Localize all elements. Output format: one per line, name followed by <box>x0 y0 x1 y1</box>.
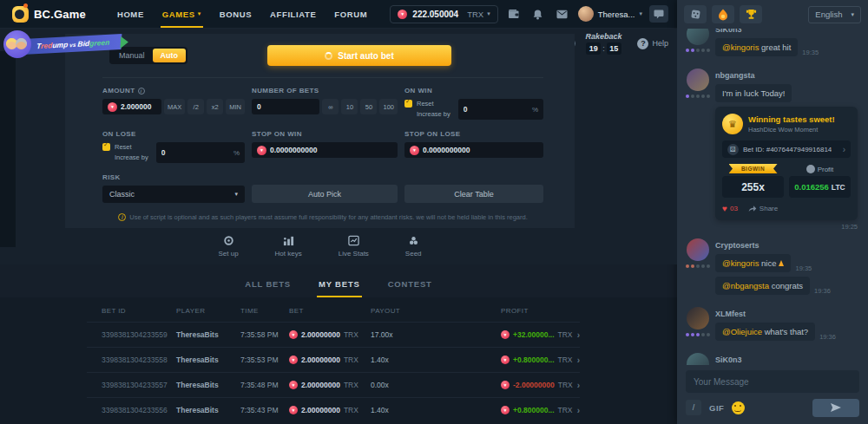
left-rail <box>0 51 16 247</box>
setup-button[interactable]: Set up <box>218 235 238 258</box>
auto-pick-button[interactable]: Auto Pick <box>252 185 398 203</box>
stop-on-lose-label: STOP ON LOSE <box>404 130 543 138</box>
like-button[interactable]: ♥03 <box>722 204 738 213</box>
mention[interactable]: @kingoris <box>722 42 759 52</box>
avatar[interactable] <box>687 68 709 91</box>
nav-games[interactable]: GAMES▾ <box>162 0 201 28</box>
avatar[interactable] <box>687 307 709 329</box>
share-button[interactable]: Share <box>748 205 778 212</box>
amount-min-button[interactable]: MIN <box>226 99 245 114</box>
amount-max-button[interactable]: MAX <box>164 99 185 114</box>
emoji-button[interactable] <box>732 401 745 414</box>
trx-coin-icon <box>257 146 266 155</box>
player-name: TheresaBits <box>176 406 240 414</box>
table-row[interactable]: 3398381304233556 TheresaBits 7:35:43 PM … <box>87 397 580 422</box>
amount-half-button[interactable]: /2 <box>187 99 204 114</box>
bell-icon <box>532 9 543 20</box>
table-header-row: BET ID PLAYER TIME BET PAYOUT PROFIT <box>87 299 580 322</box>
chat-room-trophy-button[interactable] <box>740 5 762 23</box>
amount-input[interactable] <box>121 102 156 111</box>
send-message-button[interactable] <box>812 399 859 417</box>
amount-double-button[interactable]: x2 <box>207 99 223 114</box>
nav-affiliate[interactable]: AFFILIATE <box>270 0 316 28</box>
table-row[interactable]: 3398381304233557 TheresaBits 7:35:48 PM … <box>87 372 580 397</box>
table-row[interactable]: 3398381304233559 TheresaBits 7:35:58 PM … <box>87 322 580 347</box>
chat-time: 19:36 <box>819 333 836 341</box>
chevron-right-icon[interactable]: › <box>577 406 580 415</box>
bcgame-logo[interactable]: BC.Game <box>12 6 86 23</box>
tab-contest[interactable]: CONTEST <box>386 271 434 297</box>
chevron-right-icon[interactable]: › <box>577 330 580 340</box>
mention[interactable]: @kingoris <box>722 258 759 268</box>
bcgame-logo-icon <box>12 6 29 23</box>
fields-row-2: ON LOSE Reset Increase by <box>102 130 543 163</box>
mention[interactable]: @nbgangsta <box>722 281 769 290</box>
nav-forum[interactable]: FORUM <box>334 0 367 28</box>
currency-selector[interactable]: TRX▾ <box>467 10 490 19</box>
mention[interactable]: @Oliejuice <box>722 327 762 336</box>
slash-commands-button[interactable]: / <box>686 400 701 415</box>
chevron-right-icon[interactable]: › <box>577 381 580 390</box>
win-card[interactable]: Winning tastes sweet! HashDice Wow Momen… <box>715 107 858 220</box>
live-stats-button[interactable]: Live Stats <box>339 235 369 258</box>
profit-coin-icon <box>806 165 815 173</box>
clear-table-button[interactable]: Clear Table <box>404 185 543 203</box>
stop-on-lose-input[interactable] <box>423 146 538 154</box>
bets-10-button[interactable]: 10 <box>341 99 358 114</box>
messages-button[interactable] <box>554 5 571 23</box>
divider <box>102 77 543 78</box>
stop-on-win-group: STOP ON WIN <box>252 130 398 163</box>
seed-button[interactable]: Seed <box>405 235 422 258</box>
start-auto-bet-button[interactable]: Start auto bet <box>267 45 451 66</box>
col-bet-id: BET ID <box>102 307 176 315</box>
stop-on-win-input[interactable] <box>270 146 392 154</box>
number-of-bets-input[interactable] <box>257 102 314 111</box>
chat-language-select[interactable]: English ▾ <box>808 6 861 23</box>
avatar[interactable] <box>687 353 709 365</box>
user-menu[interactable]: Theresa... ▾ <box>578 6 642 22</box>
win-card-bet-id[interactable]: ⚄ Bet ID: #4076447949916814 › <box>722 140 851 158</box>
stop-on-lose-input-box <box>404 142 543 158</box>
number-of-bets-input-box <box>252 99 319 114</box>
help-button[interactable]: ? Help <box>637 38 668 49</box>
nav-home[interactable]: HOME <box>117 0 144 28</box>
chat-username: XLMfest <box>715 310 859 318</box>
chat-message-input[interactable] <box>686 370 859 393</box>
on-win-input-box: % <box>458 99 543 120</box>
chat-room-fireball-button[interactable] <box>712 5 734 23</box>
bet-amount: 2.00000000 <box>301 330 340 339</box>
bets-50-button[interactable]: 50 <box>360 99 377 114</box>
table-row[interactable]: 3398381304233558 TheresaBits 7:35:53 PM … <box>87 347 580 372</box>
fields-row-1: AMOUNTi MAX /2 x2 MIN <box>102 87 543 120</box>
wallet-button[interactable] <box>505 5 523 23</box>
bets-100-button[interactable]: 100 <box>379 99 398 114</box>
main-nav: HOME GAMES▾ BONUS AFFILIATE FORUM <box>117 0 367 28</box>
avatar[interactable] <box>687 238 709 261</box>
chevron-right-icon[interactable]: › <box>577 356 580 365</box>
tab-all-bets[interactable]: ALL BETS <box>243 271 293 297</box>
player-name: TheresaBits <box>176 356 240 364</box>
nav-bonus[interactable]: BONUS <box>220 0 252 28</box>
balance-pill[interactable]: 222.050004 TRX▾ <box>390 5 497 23</box>
profit-currency: TRX <box>558 330 573 339</box>
chat-toggle-button[interactable] <box>649 5 668 23</box>
risk-select[interactable]: Classic ▾ <box>102 186 245 203</box>
on-win-input[interactable] <box>464 105 529 114</box>
avatar[interactable] <box>687 29 709 45</box>
trx-coin-icon <box>501 381 510 389</box>
chevron-down-icon: ▾ <box>234 191 238 198</box>
chat-room-dice-button[interactable] <box>684 5 707 23</box>
on-lose-input[interactable] <box>161 148 230 157</box>
profit-amount: +0.800000... <box>513 406 555 414</box>
bets-infinite-button[interactable]: ∞ <box>322 99 339 114</box>
gif-button[interactable]: GIF <box>709 403 724 413</box>
hotkeys-button[interactable]: Hot keys <box>275 235 302 258</box>
tab-my-bets[interactable]: MY BETS <box>317 271 362 297</box>
on-lose-reset-checkbox[interactable] <box>102 143 110 151</box>
notifications-button[interactable] <box>529 5 547 23</box>
promo-banner[interactable]: TredumpvsBidgreen <box>3 30 122 58</box>
multiplier-value: 255x <box>741 181 765 193</box>
on-win-reset-checkbox[interactable] <box>404 100 412 108</box>
auto-mode-button[interactable]: Auto <box>153 49 187 62</box>
setup-label: Set up <box>218 250 238 258</box>
